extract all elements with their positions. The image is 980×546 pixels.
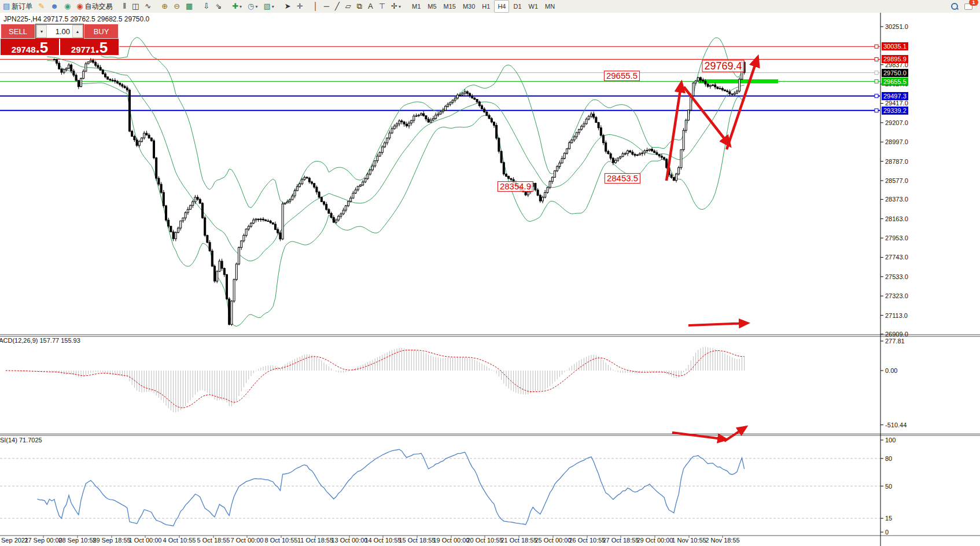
timeframe-m1-button[interactable]: M1 xyxy=(409,1,423,12)
buy-price[interactable]: 29771.5 xyxy=(60,39,119,55)
timeframe-toolbar: M1M5M15M30H1H4D1W1MN xyxy=(408,0,558,13)
candle-bull xyxy=(573,137,575,140)
candle-bear xyxy=(165,206,167,220)
profile-button[interactable]: ☻ xyxy=(48,1,61,12)
candle-bull xyxy=(299,184,301,187)
arrows-button[interactable]: ✢▾ xyxy=(389,1,403,12)
fibonacci-button[interactable]: ⧉ xyxy=(355,1,364,12)
cursor-button[interactable]: ➤ xyxy=(282,1,293,12)
candle-bull xyxy=(585,119,587,124)
candle-bear xyxy=(119,83,121,85)
timeframe-w1-button[interactable]: W1 xyxy=(526,1,541,12)
candle-bull xyxy=(532,183,534,186)
volume-input[interactable]: 1.00 xyxy=(47,25,72,38)
signal-icon: ◉ xyxy=(64,1,71,12)
new-order-icon: ▤ xyxy=(3,1,10,12)
candle-bear xyxy=(634,155,636,156)
timeframe-d1-button[interactable]: D1 xyxy=(510,1,524,12)
candle-bear xyxy=(605,143,607,152)
volume-increase-button[interactable]: ▲ xyxy=(72,25,83,38)
vertical-line-button[interactable]: │ xyxy=(311,1,320,12)
indicators-icon: ⇩ xyxy=(203,1,209,12)
arrows-icon: ✢ xyxy=(391,1,397,12)
new-order-button[interactable]: ▤新订单 xyxy=(1,1,35,12)
candle-bull xyxy=(80,78,82,86)
line-chart-button[interactable]: ∿ xyxy=(142,1,153,12)
timeframe-m30-button[interactable]: M30 xyxy=(460,1,478,12)
zoom-in-button[interactable]: ⊕ xyxy=(159,1,170,12)
candle-bull xyxy=(530,186,532,192)
chart-window[interactable]: JPN225-,H4 29717.5 29762.5 29682.5 29750… xyxy=(0,13,980,546)
sell-price[interactable]: 29748.5 xyxy=(1,39,59,55)
candlestick-chart-button[interactable]: ◫ xyxy=(130,1,141,12)
candle-bull xyxy=(250,223,252,226)
timeframe-m5-button[interactable]: M5 xyxy=(425,1,439,12)
candle-bear xyxy=(61,69,62,72)
tile-windows-button[interactable]: ▦ xyxy=(183,1,195,12)
buy-button[interactable]: BUY xyxy=(84,24,119,39)
auto-trading-button[interactable]: ◉自动交易 xyxy=(74,1,115,12)
candle-bear xyxy=(493,122,495,126)
timeframe-mn-button[interactable]: MN xyxy=(542,1,558,12)
candle-bull xyxy=(642,153,643,153)
notifications-button[interactable]: 1 xyxy=(962,1,976,12)
candle-bear xyxy=(500,151,502,162)
timeframe-h4-button[interactable]: H4 xyxy=(494,0,509,13)
candle-bear xyxy=(265,220,267,221)
candle-bear xyxy=(612,158,614,163)
template-button[interactable]: ▧▾ xyxy=(261,1,276,12)
candle-bull xyxy=(421,113,422,115)
candle-bear xyxy=(600,128,602,135)
text-button[interactable]: A xyxy=(366,1,375,12)
indicators-button[interactable]: ⇩ xyxy=(201,1,212,12)
volume-decrease-button[interactable]: ▼ xyxy=(36,25,47,38)
zoom-out-button[interactable]: ⊖ xyxy=(171,1,182,12)
text-label-button[interactable]: ⊤ xyxy=(377,1,388,12)
search-button[interactable] xyxy=(949,1,961,12)
chevron-down-icon[interactable]: ▾ xyxy=(255,4,257,9)
candle-bull xyxy=(411,120,412,123)
candle-bull xyxy=(692,83,694,96)
candle-bull xyxy=(413,116,415,120)
candle-bear xyxy=(330,213,332,217)
candle-bull xyxy=(231,301,233,324)
candle-bull xyxy=(636,155,638,155)
crosshair-button[interactable]: ✛ xyxy=(294,1,305,12)
candle-bull xyxy=(459,95,461,96)
timeframe-h1-button[interactable]: H1 xyxy=(479,1,493,12)
candle-bull xyxy=(452,100,454,102)
pencil-button[interactable]: ✎ xyxy=(36,1,47,12)
price-chart-canvas[interactable] xyxy=(0,13,980,546)
volume-stepper: ▼ 1.00 ▲ xyxy=(36,24,83,38)
candle-bear xyxy=(150,138,152,141)
trend-arrow xyxy=(688,323,748,325)
chevron-down-icon[interactable]: ▾ xyxy=(399,4,401,9)
horizontal-line-button[interactable]: ─ xyxy=(322,1,331,12)
candle-bear xyxy=(158,178,160,184)
candle-bear xyxy=(702,80,704,81)
candle-bull xyxy=(284,203,286,204)
candle-bear xyxy=(311,182,313,184)
candle-bull xyxy=(63,69,65,72)
candle-bear xyxy=(632,152,633,155)
signal-button[interactable]: ◉ xyxy=(62,1,73,12)
add-chart-button[interactable]: ✚▾ xyxy=(230,1,244,12)
candle-bull xyxy=(287,201,289,203)
trendline-button[interactable]: ╱ xyxy=(333,1,342,12)
channel-button[interactable]: ▱ xyxy=(343,1,353,12)
candle-bull xyxy=(372,166,374,170)
sell-button[interactable]: SELL xyxy=(1,24,35,39)
candle-bear xyxy=(651,149,653,151)
candle-bear xyxy=(199,199,201,203)
candle-bull xyxy=(688,110,690,120)
chevron-down-icon[interactable]: ▾ xyxy=(272,4,274,9)
chevron-down-icon[interactable]: ▾ xyxy=(240,4,242,9)
timeframe-m15-button[interactable]: M15 xyxy=(441,1,459,12)
indicator-window-button[interactable]: ⇘ xyxy=(213,1,224,12)
candle-bull xyxy=(544,192,546,197)
candle-bull xyxy=(187,210,189,213)
period-clock-button[interactable]: ◷▾ xyxy=(245,1,260,12)
bar-chart-button[interactable]: ⫴ xyxy=(121,1,128,12)
candle-bull xyxy=(445,107,447,111)
candle-bull xyxy=(462,93,463,95)
